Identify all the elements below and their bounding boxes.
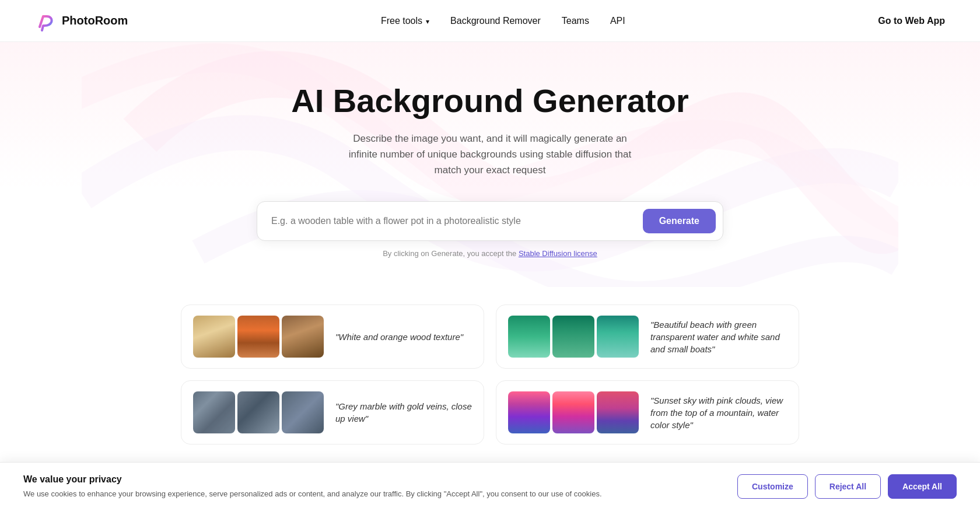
example-img-wood-2: [237, 316, 279, 358]
navbar: PhotoRoom Free tools Background Remover …: [0, 0, 980, 42]
stable-diffusion-link[interactable]: Stable Diffusion license: [519, 249, 597, 258]
example-img-sunset-3: [597, 391, 639, 433]
search-bar: Generate: [257, 201, 723, 241]
cookie-buttons: Customize Reject All Accept All: [737, 474, 957, 480]
search-bar-wrapper: Generate: [257, 201, 723, 241]
hero-subtitle: Describe the image you want, and it will…: [338, 131, 642, 178]
example-img-beach-1: [508, 316, 550, 358]
cookie-banner: We value your privacy We use cookies to …: [0, 462, 980, 480]
logo-text: PhotoRoom: [62, 14, 128, 27]
example-card-wood[interactable]: "White and orange wood texture": [181, 304, 484, 369]
generate-button[interactable]: Generate: [643, 209, 716, 233]
example-images-marble: [193, 391, 324, 433]
page-title: AI Background Generator: [12, 83, 968, 119]
customize-button[interactable]: Customize: [737, 474, 808, 480]
example-img-beach-3: [597, 316, 639, 358]
example-img-marble-1: [193, 391, 235, 433]
cookie-title: We value your privacy: [23, 474, 720, 480]
example-img-wood-1: [193, 316, 235, 358]
nav-link-teams[interactable]: Teams: [562, 16, 589, 26]
example-text-sunset: "Sunset sky with pink clouds, view from …: [650, 394, 787, 431]
hero-section: AI Background Generator Describe the ima…: [0, 42, 980, 287]
example-img-sunset-2: [552, 391, 594, 433]
example-img-marble-3: [282, 391, 324, 433]
example-card-sunset[interactable]: "Sunset sky with pink clouds, view from …: [496, 380, 799, 444]
example-images-sunset: [508, 391, 639, 433]
reject-all-button[interactable]: Reject All: [815, 474, 881, 480]
hero-content: AI Background Generator Describe the ima…: [12, 83, 968, 178]
example-card-marble[interactable]: "Grey marble with gold veins, close up v…: [181, 380, 484, 444]
go-to-web-app-link[interactable]: Go to Web App: [878, 16, 945, 26]
examples-section: "White and orange wood texture" "Beautif…: [0, 287, 980, 480]
search-input[interactable]: [271, 216, 643, 226]
examples-grid: "White and orange wood texture" "Beautif…: [181, 304, 799, 444]
search-disclaimer: By clicking on Generate, you accept the …: [12, 249, 968, 258]
logo[interactable]: PhotoRoom: [35, 10, 128, 32]
logo-icon: [35, 10, 56, 32]
nav-links: Free tools Background Remover Teams API: [381, 16, 625, 26]
example-images-beach: [508, 316, 639, 358]
example-img-marble-2: [237, 391, 279, 433]
chevron-down-icon: [425, 16, 429, 26]
example-img-beach-2: [552, 316, 594, 358]
example-text-beach: "Beautiful beach with green transparent …: [650, 318, 787, 355]
nav-link-background-remover[interactable]: Background Remover: [450, 16, 541, 26]
nav-link-free-tools[interactable]: Free tools: [381, 16, 429, 26]
nav-link-api[interactable]: API: [610, 16, 625, 26]
example-text-marble: "Grey marble with gold veins, close up v…: [335, 400, 472, 425]
cookie-text-block: We value your privacy We use cookies to …: [23, 474, 720, 480]
example-text-wood: "White and orange wood texture": [335, 331, 463, 343]
example-img-wood-3: [282, 316, 324, 358]
example-card-beach[interactable]: "Beautiful beach with green transparent …: [496, 304, 799, 369]
accept-all-button[interactable]: Accept All: [888, 474, 957, 480]
example-img-sunset-1: [508, 391, 550, 433]
example-images-wood: [193, 316, 324, 358]
